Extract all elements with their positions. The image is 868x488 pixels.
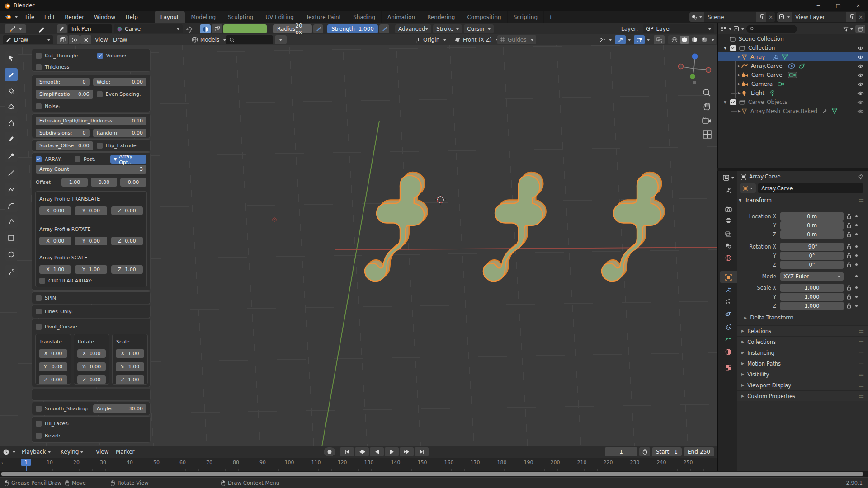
tab-render[interactable] [720, 203, 737, 215]
draw-menu[interactable]: Draw [111, 35, 129, 44]
tool-box[interactable] [5, 231, 18, 244]
view-layer-selector[interactable]: View Layer × [777, 12, 865, 22]
outliner-display-mode-dropdown[interactable] [721, 26, 731, 32]
tab-object-data[interactable] [720, 333, 737, 345]
offset-y-field[interactable]: 0.00 [91, 178, 117, 187]
profile-rotate-x[interactable]: X0.00 [39, 237, 71, 245]
next-keyframe-button[interactable] [400, 447, 414, 456]
collapse-arrow-icon[interactable]: ▼ [722, 46, 728, 50]
tab-shading[interactable]: Shading [347, 11, 382, 23]
pin-icon[interactable] [858, 174, 863, 180]
tab-editor-type[interactable] [720, 172, 737, 183]
smooth-slider[interactable]: Smooth:0 [36, 78, 90, 86]
gizmo-x-axis-neg[interactable] [679, 64, 684, 69]
animate-dot[interactable] [855, 275, 858, 277]
rotation-y-field[interactable]: 0° [780, 252, 844, 260]
radius-pressure-button[interactable] [313, 24, 323, 33]
flip-extrude-checkbox[interactable] [97, 143, 103, 149]
active-tool-button[interactable] [5, 24, 26, 33]
overlays-dropdown[interactable] [647, 39, 650, 42]
timeline-ruler[interactable]: › 10 20 30 40 50 60 70 80 90 100 110 120… [0, 458, 717, 471]
outliner-row-camera[interactable]: ▶ Camera [718, 80, 868, 89]
cut-through-checkbox[interactable] [36, 53, 42, 59]
lock-icon[interactable] [847, 253, 852, 258]
minimize-button[interactable]: ─ [808, 0, 828, 11]
lock-icon[interactable] [847, 214, 852, 219]
profile-scale-z[interactable]: Z1.00 [111, 265, 143, 274]
carve-objects-checkbox[interactable] [730, 99, 736, 105]
spin-checkbox[interactable] [36, 295, 42, 301]
menu-edit[interactable]: Edit [39, 11, 60, 23]
tab-view-layer[interactable] [720, 228, 737, 240]
pivot-translate-x[interactable]: X0.00 [39, 349, 67, 358]
outliner-row-array-carve[interactable]: ▶ Array.Carve [718, 61, 868, 70]
gizmo-z-axis[interactable] [692, 54, 698, 60]
section-custom-properties[interactable]: ▶Custom Properties::::: [737, 390, 868, 401]
tool-cursor[interactable] [5, 51, 18, 64]
gecko-object-1[interactable] [365, 172, 428, 281]
tool-line[interactable] [5, 166, 18, 179]
brush-name-field[interactable]: Ink Pen [68, 24, 112, 33]
pivot-scale-y[interactable]: Y:1.00 [116, 362, 144, 371]
section-viewport-display[interactable]: ▶Viewport Display::::: [737, 380, 868, 390]
tab-rendering[interactable]: Rendering [421, 11, 461, 23]
tab-compositing[interactable]: Compositing [461, 11, 507, 23]
lock-icon[interactable] [847, 285, 852, 291]
lock-icon[interactable] [847, 303, 852, 309]
section-instancing[interactable]: ▶Instancing::::: [737, 347, 868, 358]
section-motion-paths[interactable]: ▶Motion Paths::::: [737, 358, 868, 369]
profile-scale-x[interactable]: X1.00 [39, 265, 71, 274]
multiframe-toggle[interactable] [57, 35, 68, 44]
tab-sculpting[interactable]: Sculpting [222, 11, 259, 23]
blender-menu-button[interactable] [0, 14, 20, 20]
origin-dropdown[interactable]: Origin [416, 35, 446, 44]
pivot-translate-z[interactable]: Z0.00 [39, 375, 67, 384]
tool-erase[interactable] [5, 100, 18, 113]
rotation-mode-dropdown[interactable]: XYZ Euler [780, 272, 844, 281]
eye-icon[interactable] [857, 109, 864, 114]
use-preview-range-button[interactable] [639, 447, 650, 456]
search-options-dropdown[interactable] [275, 35, 287, 44]
offset-z-field[interactable]: 0.00 [120, 178, 146, 187]
transform-panel-header[interactable]: ▼ Transform [739, 197, 772, 203]
tab-particles[interactable] [720, 296, 737, 307]
timeline-editor-type-dropdown[interactable] [3, 447, 15, 456]
eye-icon[interactable] [857, 82, 864, 87]
lock-icon[interactable] [847, 262, 852, 267]
orthographic-grid-icon[interactable] [703, 130, 712, 139]
stroke-placement-toggle[interactable] [212, 24, 222, 33]
tab-tool[interactable] [720, 184, 737, 196]
animate-dot[interactable] [855, 263, 858, 266]
profile-translate-z[interactable]: Z0.00 [111, 206, 143, 215]
tool-polyline[interactable] [5, 183, 18, 196]
section-collections[interactable]: ▶Collections::::: [737, 336, 868, 347]
jump-to-end-button[interactable] [415, 447, 429, 456]
tab-modifiers[interactable] [720, 284, 737, 296]
post-checkbox[interactable] [75, 156, 80, 162]
horizontal-scrollbar[interactable] [1, 472, 863, 476]
outliner-row-light[interactable]: ▶ Light [718, 89, 868, 98]
gizmos-dropdown[interactable] [628, 39, 631, 42]
gizmo-z-axis-neg[interactable] [693, 81, 696, 84]
eye-icon[interactable] [857, 100, 864, 105]
shading-rendered-button[interactable] [700, 36, 709, 44]
outliner-row-carve-objects[interactable]: ▼ Carve_Objects [718, 98, 868, 107]
shading-dropdown[interactable] [712, 39, 714, 42]
array-checkbox[interactable] [36, 156, 42, 162]
animate-dot[interactable] [855, 233, 858, 235]
offset-x-field[interactable]: 1.00 [61, 178, 88, 187]
outliner-row-baked-mesh[interactable]: ▶ Array.Mesh_Carve.Baked [718, 107, 868, 116]
cursor-dropdown[interactable]: Cursor [464, 24, 494, 33]
outliner-row-cam-carve[interactable]: ▶ Cam_Carve [718, 70, 868, 80]
keying-menu[interactable]: Keying [59, 447, 85, 456]
lock-icon[interactable] [847, 244, 852, 249]
location-x-field[interactable]: 0 m [780, 212, 844, 221]
drawing-plane-dropdown[interactable]: Front (X-Z) [455, 35, 499, 44]
mode-dropdown[interactable]: Draw [3, 35, 53, 44]
outliner-search-input[interactable] [746, 25, 797, 33]
tool-circle[interactable] [5, 248, 18, 261]
camera-view-icon[interactable] [702, 117, 712, 125]
tab-scripting[interactable]: Scripting [508, 11, 544, 23]
section-relations[interactable]: ▶Relations::::: [737, 325, 868, 336]
tool-fill[interactable] [5, 84, 18, 98]
